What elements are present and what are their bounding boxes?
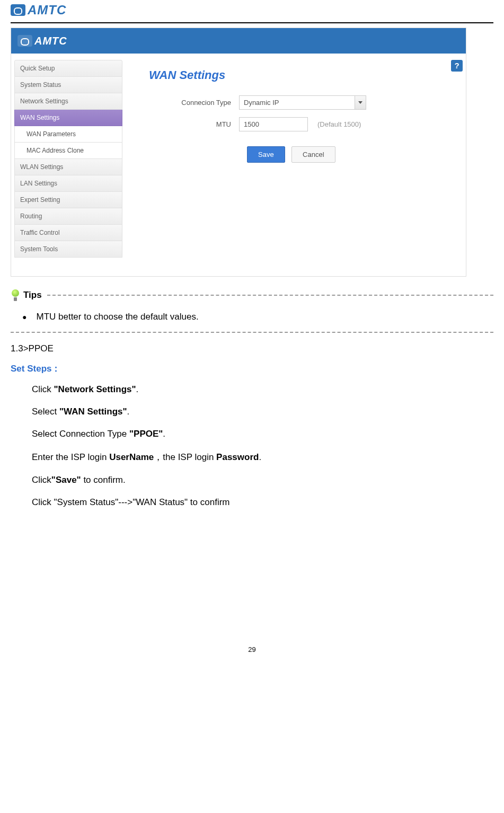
save-button[interactable]: Save: [247, 146, 285, 163]
button-row: Save Cancel: [149, 146, 450, 163]
mtu-row: MTU (Default 1500): [149, 117, 450, 131]
connection-type-label: Connecion Type: [149, 99, 239, 107]
tips-label: Tips: [23, 290, 42, 301]
sidebar-item[interactable]: System Status: [14, 77, 122, 93]
section-heading: 1.3>PPOE: [11, 343, 493, 354]
step-item: Select Connection Type "PPOE".: [11, 429, 493, 439]
screenshot-header: AMTC: [11, 28, 466, 54]
tip-text: MTU better to choose the default values.: [36, 312, 198, 322]
sidebar-item[interactable]: Traffic Control: [14, 225, 122, 241]
step-item: Click"Save" to confirm.: [11, 475, 493, 485]
sidebar-item[interactable]: Quick Setup: [14, 60, 122, 77]
tip-bullet: MTU better to choose the default values.: [22, 312, 493, 322]
sidebar-subitem[interactable]: WAN Parameters: [14, 126, 122, 143]
cancel-button[interactable]: Cancel: [291, 146, 335, 163]
sidebar-item[interactable]: Routing: [14, 208, 122, 225]
lightbulb-icon: [11, 288, 20, 302]
amtc-logo-text: AMTC: [28, 3, 66, 17]
step-item: Enter the ISP login UserName，the ISP log…: [11, 451, 493, 463]
screenshot-logo: AMTC: [17, 35, 67, 47]
sidebar-item[interactable]: LAN Settings: [14, 175, 122, 192]
connection-type-value: Dynamic IP: [244, 99, 279, 107]
sidebar: Quick SetupSystem StatusNetwork Settings…: [11, 58, 122, 276]
page-header-logo: AMTC: [11, 0, 493, 23]
page-number: 29: [11, 646, 493, 664]
mtu-hint: (Default 1500): [317, 120, 361, 128]
connection-type-select[interactable]: Dynamic IP: [239, 95, 366, 110]
mtu-label: MTU: [149, 120, 239, 128]
help-icon[interactable]: ?: [451, 60, 463, 72]
dash-line-icon: [11, 332, 493, 333]
sidebar-item[interactable]: Expert Setting: [14, 192, 122, 208]
router-ui-screenshot: AMTC ? Quick SetupSystem StatusNetwork S…: [11, 28, 466, 277]
step-item: Click "Network Settings".: [11, 384, 493, 395]
step-item: Click "System Status"--->"WAN Status" to…: [11, 497, 493, 508]
screenshot-body: ? Quick SetupSystem StatusNetwork Settin…: [11, 54, 466, 276]
chevron-down-icon[interactable]: [355, 95, 366, 110]
sidebar-item[interactable]: WLAN Settings: [14, 159, 122, 175]
amtc-logo-icon: [11, 4, 25, 16]
step-item: Select "WAN Settings".: [11, 406, 493, 417]
content-title: WAN Settings: [149, 68, 450, 82]
step-list: Click "Network Settings".Select "WAN Set…: [11, 384, 493, 508]
tips-section: Tips MTU better to choose the default va…: [11, 288, 493, 333]
set-steps-label: Set Steps：: [11, 363, 493, 375]
connection-type-row: Connecion Type Dynamic IP: [149, 95, 450, 110]
dash-line-icon: [47, 295, 493, 296]
sidebar-subitem[interactable]: MAC Address Clone: [14, 143, 122, 159]
sidebar-item[interactable]: System Tools: [14, 241, 122, 258]
tips-header: Tips: [11, 288, 493, 302]
screenshot-logo-icon: [17, 35, 32, 47]
screenshot-logo-text: AMTC: [34, 35, 67, 47]
mtu-input[interactable]: [239, 117, 308, 131]
sidebar-item[interactable]: WAN Settings: [14, 110, 122, 126]
amtc-logo: AMTC: [11, 3, 66, 17]
content-panel: WAN Settings Connecion Type Dynamic IP M…: [122, 58, 466, 276]
sidebar-item[interactable]: Network Settings: [14, 93, 122, 110]
